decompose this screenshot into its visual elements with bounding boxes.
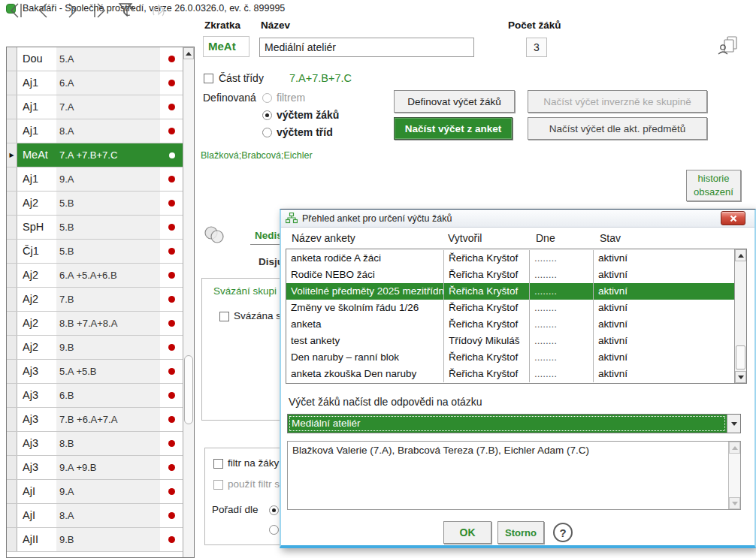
- dialog-title: Přehled anket pro určení výčtu žáků: [302, 213, 452, 224]
- nazev-field[interactable]: [259, 38, 474, 57]
- next-record-button[interactable]: [60, 0, 83, 21]
- zkratka-label: Zkratka: [204, 20, 240, 31]
- list-item[interactable]: Aj36.B: [7, 384, 183, 408]
- filtr-na-zaky-label: filtr na žáky: [228, 457, 279, 469]
- radio-vyctem-zaku[interactable]: [262, 110, 272, 120]
- textarea-scroll-up-button[interactable]: [729, 442, 740, 454]
- table-scroll-up-button[interactable]: [735, 249, 746, 261]
- list-item[interactable]: Aj37.B +6.A+7.A: [7, 408, 183, 432]
- status-dot: [160, 216, 183, 239]
- next-record-icon: [62, 1, 81, 20]
- survey-author: Řeřicha Kryštof: [444, 283, 530, 300]
- poradi-radio-1[interactable]: [269, 505, 279, 515]
- first-record-button[interactable]: [6, 0, 29, 21]
- survey-table-rows: anketa rodiče A žáciŘeřicha Kryštof.....…: [286, 250, 734, 382]
- list-item[interactable]: Aj39.A +9.B: [7, 456, 183, 480]
- copy-students-icon[interactable]: [714, 35, 741, 57]
- students-textarea[interactable]: Blažková Valerie (7.A), Brabcová Tereza …: [287, 441, 741, 510]
- pocet-zaku-value: 3: [526, 38, 547, 57]
- table-row[interactable]: Změny ve školním řádu 1/26Řeřicha Kryšto…: [286, 300, 734, 316]
- table-row[interactable]: Rodiče NEBO žáciŘeřicha Kryštof........a…: [286, 267, 734, 283]
- group-list: Dou5.AAj16.AAj17.AAj18.A▶MeAt7.A +7.B+7.…: [6, 47, 195, 558]
- table-scrollbar[interactable]: [734, 249, 746, 383]
- last-record-button[interactable]: [87, 0, 110, 21]
- table-row[interactable]: anketa zkouška Den narubyŘeřicha Kryštof…: [286, 366, 734, 382]
- definovat-vycet-button[interactable]: Definovat výčet žáků: [394, 90, 515, 113]
- table-row[interactable]: anketa rodiče A žáciŘeřicha Kryštof.....…: [286, 250, 734, 267]
- list-item[interactable]: AjI8.A: [7, 504, 183, 528]
- question-combobox[interactable]: Mediální ateliér: [287, 414, 741, 433]
- group-abbr: Aj2: [17, 336, 56, 359]
- list-item[interactable]: Aj18.A: [7, 119, 183, 143]
- window-titlebar: Bakaláři - Společné prostředí, verze 26.…: [0, 0, 756, 17]
- table-scrollbar-thumb[interactable]: [736, 345, 745, 369]
- radio-filtrem[interactable]: [262, 93, 272, 103]
- table-row[interactable]: Volitelné předměty 2025 mezitřídníŘeřich…: [286, 283, 734, 300]
- survey-name: test ankety: [286, 333, 444, 349]
- close-button[interactable]: [721, 211, 745, 225]
- filter-button[interactable]: [114, 0, 137, 21]
- textarea-scrollbar[interactable]: [728, 442, 740, 509]
- nacist-dle-predmetu-button[interactable]: Načíst výčet dle akt. předmětů: [528, 117, 707, 140]
- nacist-z-anket-button[interactable]: Načíst výčet z anket: [394, 117, 513, 140]
- group-abbr: Aj2: [17, 312, 56, 335]
- list-item[interactable]: Dou5.A: [7, 47, 183, 71]
- row-selector: [7, 336, 17, 359]
- last-record-icon: [89, 1, 108, 20]
- list-item[interactable]: Aj35.A +5.B: [7, 360, 183, 384]
- list-item[interactable]: Čj15.B: [7, 240, 183, 264]
- radio-vyctem-trid[interactable]: [262, 128, 272, 137]
- dialog-titlebar[interactable]: Přehled anket pro určení výčtu žáků: [281, 210, 754, 228]
- list-item[interactable]: Aj19.A: [7, 167, 183, 192]
- chevron-down-icon: [731, 422, 737, 426]
- zkratka-field[interactable]: MeAt: [203, 36, 249, 57]
- pouzit-filtr-checkbox[interactable]: [213, 480, 223, 490]
- svazana-checkbox[interactable]: [219, 312, 229, 321]
- list-item[interactable]: Aj38.B: [7, 432, 183, 456]
- list-item[interactable]: Aj25.B: [7, 192, 183, 216]
- poradi-radio-2[interactable]: [269, 525, 279, 535]
- cast-tridy-checkbox[interactable]: [204, 74, 213, 83]
- tab-nedisjunktni[interactable]: Nedis: [255, 230, 283, 241]
- storno-button[interactable]: Storno: [497, 521, 544, 544]
- group-classes: 9.A: [56, 167, 160, 191]
- survey-status: aktivní: [594, 250, 734, 267]
- filtr-na-zaky-checkbox[interactable]: [213, 459, 223, 469]
- table-row[interactable]: anketaŘeřicha Kryštof........aktivní: [286, 316, 734, 333]
- group-classes: 8.A: [56, 504, 160, 527]
- list-item[interactable]: Aj17.A: [7, 95, 183, 119]
- group-classes: 5.B: [56, 192, 160, 215]
- table-row[interactable]: test anketyTřídový Mikuláš........aktivn…: [286, 333, 734, 349]
- previous-record-button[interactable]: [33, 0, 56, 21]
- group-classes: 5.B: [56, 216, 160, 239]
- combo-dropdown-button[interactable]: [727, 415, 740, 433]
- list-item[interactable]: SpH5.B: [7, 216, 183, 240]
- sidebar-scrollbar[interactable]: [183, 47, 194, 557]
- apply-filter-button[interactable]: [147, 0, 170, 21]
- scrollbar-thumb[interactable]: [184, 355, 193, 424]
- scroll-up-button[interactable]: [183, 47, 194, 59]
- list-item[interactable]: Aj16.A: [7, 71, 183, 95]
- radio-filtrem-label: filtrem: [277, 92, 305, 104]
- ok-button[interactable]: OK: [443, 521, 491, 544]
- historie-line1: historie: [698, 172, 730, 185]
- historie-obsazeni-button[interactable]: historie obsazení: [686, 170, 741, 201]
- status-dot: [160, 384, 183, 407]
- table-scroll-down-button[interactable]: [735, 371, 746, 383]
- table-row[interactable]: Den naruby – ranní blokŘeřicha Kryštof..…: [286, 349, 734, 366]
- list-item[interactable]: Aj29.B: [7, 336, 183, 360]
- status-dot: [160, 264, 183, 287]
- list-item[interactable]: Aj28.B +7.A+8.A: [7, 312, 183, 336]
- survey-author: Řeřicha Kryštof: [444, 300, 530, 316]
- list-item[interactable]: Aj27.B: [7, 288, 183, 312]
- list-item[interactable]: ▶MeAt7.A +7.B+7.C: [7, 143, 183, 167]
- question-selected-value[interactable]: Mediální ateliér: [288, 415, 727, 433]
- textarea-scroll-down-button[interactable]: [729, 497, 740, 509]
- list-item[interactable]: Aj26.A +5.A+6.B: [7, 264, 183, 288]
- help-icon[interactable]: ?: [553, 523, 573, 542]
- row-selector: [7, 312, 17, 335]
- list-item[interactable]: AjII9.B: [7, 528, 183, 552]
- group-list-rows: Dou5.AAj16.AAj17.AAj18.A▶MeAt7.A +7.B+7.…: [7, 47, 183, 552]
- list-item[interactable]: AjI9.A: [7, 480, 183, 504]
- survey-name: anketa: [286, 316, 444, 333]
